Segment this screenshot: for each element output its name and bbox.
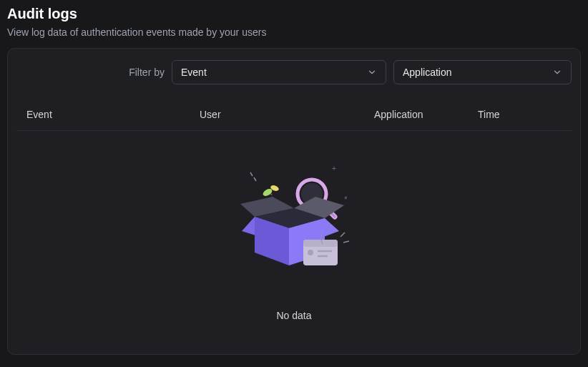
svg-text:+: +	[332, 165, 336, 172]
empty-box-illustration: + *	[233, 160, 355, 281]
svg-rect-9	[303, 240, 338, 247]
event-filter-select[interactable]: Event	[172, 60, 386, 84]
empty-state-message: No data	[276, 310, 311, 321]
page-title: Audit logs	[7, 6, 581, 22]
svg-point-10	[308, 250, 313, 255]
svg-line-14	[343, 241, 349, 243]
table-header: Event User Application Time	[16, 99, 572, 131]
filter-row: Filter by Event Application	[16, 60, 572, 84]
column-header-event: Event	[26, 109, 200, 120]
event-filter-value: Event	[181, 67, 207, 78]
chevron-down-icon	[552, 67, 562, 77]
filter-by-label: Filter by	[129, 67, 165, 78]
column-header-time: Time	[478, 109, 562, 120]
audit-logs-panel: Filter by Event Application Event User A…	[7, 48, 581, 355]
application-filter-value: Application	[403, 67, 452, 78]
column-header-user: User	[200, 109, 374, 120]
chevron-down-icon	[367, 67, 377, 77]
application-filter-select[interactable]: Application	[393, 60, 572, 84]
svg-text:*: *	[344, 195, 348, 205]
column-header-application: Application	[374, 109, 478, 120]
page-subtitle: View log data of authentication events m…	[7, 26, 581, 38]
svg-line-13	[340, 233, 345, 237]
empty-state: + *	[16, 131, 572, 343]
